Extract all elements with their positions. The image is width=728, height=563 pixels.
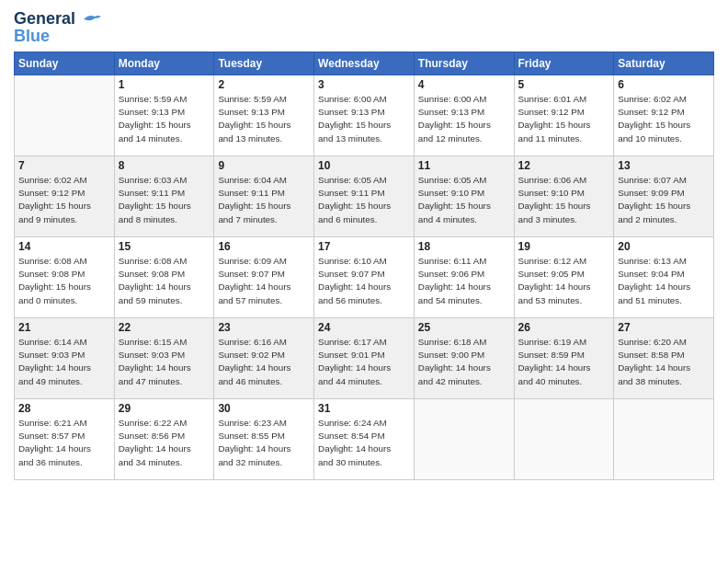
day-number: 12	[518, 159, 610, 172]
day-number: 29	[119, 402, 210, 415]
calendar-cell: 19Sunrise: 6:12 AM Sunset: 9:05 PM Dayli…	[514, 237, 614, 318]
day-info: Sunrise: 6:04 AM Sunset: 9:11 PM Dayligh…	[218, 174, 310, 226]
calendar-cell: 9Sunrise: 6:04 AM Sunset: 9:11 PM Daylig…	[214, 156, 314, 237]
calendar-cell: 11Sunrise: 6:05 AM Sunset: 9:10 PM Dayli…	[414, 156, 514, 237]
calendar-week-row: 14Sunrise: 6:08 AM Sunset: 9:08 PM Dayli…	[15, 237, 714, 318]
calendar-cell: 20Sunrise: 6:13 AM Sunset: 9:04 PM Dayli…	[614, 237, 714, 318]
day-number: 17	[318, 240, 410, 253]
calendar-cell: 22Sunrise: 6:15 AM Sunset: 9:03 PM Dayli…	[114, 318, 214, 399]
calendar-cell: 21Sunrise: 6:14 AM Sunset: 9:03 PM Dayli…	[15, 318, 115, 399]
calendar-cell: 12Sunrise: 6:06 AM Sunset: 9:10 PM Dayli…	[514, 156, 614, 237]
day-number: 28	[18, 402, 110, 415]
calendar-cell: 6Sunrise: 6:02 AM Sunset: 9:12 PM Daylig…	[614, 75, 714, 156]
day-number: 25	[418, 321, 510, 334]
logo-bird-icon	[82, 12, 102, 27]
calendar-cell: 2Sunrise: 5:59 AM Sunset: 9:13 PM Daylig…	[214, 75, 314, 156]
day-info: Sunrise: 6:18 AM Sunset: 9:00 PM Dayligh…	[418, 336, 510, 388]
day-number: 11	[418, 159, 510, 172]
day-info: Sunrise: 6:00 AM Sunset: 9:13 PM Dayligh…	[318, 93, 410, 145]
calendar-cell: 8Sunrise: 6:03 AM Sunset: 9:11 PM Daylig…	[114, 156, 214, 237]
day-info: Sunrise: 6:21 AM Sunset: 8:57 PM Dayligh…	[18, 417, 110, 469]
day-number: 10	[318, 159, 410, 172]
weekday-header-sunday: Sunday	[15, 52, 115, 75]
weekday-header-thursday: Thursday	[414, 52, 514, 75]
calendar-cell	[614, 399, 714, 480]
day-info: Sunrise: 6:12 AM Sunset: 9:05 PM Dayligh…	[518, 255, 610, 307]
day-info: Sunrise: 5:59 AM Sunset: 9:13 PM Dayligh…	[119, 93, 210, 145]
day-info: Sunrise: 6:05 AM Sunset: 9:11 PM Dayligh…	[318, 174, 410, 226]
day-info: Sunrise: 6:08 AM Sunset: 9:08 PM Dayligh…	[18, 255, 110, 307]
day-info: Sunrise: 6:15 AM Sunset: 9:03 PM Dayligh…	[119, 336, 210, 388]
calendar-cell: 1Sunrise: 5:59 AM Sunset: 9:13 PM Daylig…	[114, 75, 214, 156]
day-info: Sunrise: 6:23 AM Sunset: 8:55 PM Dayligh…	[218, 417, 310, 469]
day-info: Sunrise: 6:14 AM Sunset: 9:03 PM Dayligh…	[18, 336, 110, 388]
day-info: Sunrise: 6:03 AM Sunset: 9:11 PM Dayligh…	[119, 174, 210, 226]
day-number: 2	[218, 78, 310, 91]
day-number: 3	[318, 78, 410, 91]
calendar-header-row: SundayMondayTuesdayWednesdayThursdayFrid…	[15, 52, 714, 75]
calendar-cell: 31Sunrise: 6:24 AM Sunset: 8:54 PM Dayli…	[314, 399, 415, 480]
day-info: Sunrise: 6:10 AM Sunset: 9:07 PM Dayligh…	[318, 255, 410, 307]
weekday-header-wednesday: Wednesday	[314, 52, 415, 75]
logo: General Blue	[14, 9, 102, 46]
day-info: Sunrise: 6:24 AM Sunset: 8:54 PM Dayligh…	[318, 417, 410, 469]
page-header: General Blue	[14, 9, 714, 46]
day-number: 7	[18, 159, 110, 172]
day-number: 16	[218, 240, 310, 253]
day-info: Sunrise: 6:00 AM Sunset: 9:13 PM Dayligh…	[418, 93, 510, 145]
calendar-cell: 5Sunrise: 6:01 AM Sunset: 9:12 PM Daylig…	[514, 75, 614, 156]
day-info: Sunrise: 6:16 AM Sunset: 9:02 PM Dayligh…	[218, 336, 310, 388]
day-number: 5	[518, 78, 610, 91]
calendar-cell	[414, 399, 514, 480]
calendar-cell: 13Sunrise: 6:07 AM Sunset: 9:09 PM Dayli…	[614, 156, 714, 237]
day-info: Sunrise: 6:22 AM Sunset: 8:56 PM Dayligh…	[119, 417, 210, 469]
day-info: Sunrise: 6:02 AM Sunset: 9:12 PM Dayligh…	[618, 93, 710, 145]
day-info: Sunrise: 6:13 AM Sunset: 9:04 PM Dayligh…	[618, 255, 710, 307]
day-info: Sunrise: 5:59 AM Sunset: 9:13 PM Dayligh…	[218, 93, 310, 145]
calendar-cell: 26Sunrise: 6:19 AM Sunset: 8:59 PM Dayli…	[514, 318, 614, 399]
calendar-cell: 16Sunrise: 6:09 AM Sunset: 9:07 PM Dayli…	[214, 237, 314, 318]
calendar-cell: 28Sunrise: 6:21 AM Sunset: 8:57 PM Dayli…	[15, 399, 115, 480]
calendar-cell: 27Sunrise: 6:20 AM Sunset: 8:58 PM Dayli…	[614, 318, 714, 399]
calendar-cell: 4Sunrise: 6:00 AM Sunset: 9:13 PM Daylig…	[414, 75, 514, 156]
calendar-week-row: 7Sunrise: 6:02 AM Sunset: 9:12 PM Daylig…	[15, 156, 714, 237]
calendar-cell: 23Sunrise: 6:16 AM Sunset: 9:02 PM Dayli…	[214, 318, 314, 399]
day-number: 26	[518, 321, 610, 334]
calendar-cell: 24Sunrise: 6:17 AM Sunset: 9:01 PM Dayli…	[314, 318, 415, 399]
day-number: 15	[119, 240, 210, 253]
calendar-week-row: 28Sunrise: 6:21 AM Sunset: 8:57 PM Dayli…	[15, 399, 714, 480]
day-info: Sunrise: 6:07 AM Sunset: 9:09 PM Dayligh…	[618, 174, 710, 226]
day-info: Sunrise: 6:11 AM Sunset: 9:06 PM Dayligh…	[418, 255, 510, 307]
day-number: 30	[218, 402, 310, 415]
calendar-cell: 25Sunrise: 6:18 AM Sunset: 9:00 PM Dayli…	[414, 318, 514, 399]
day-number: 20	[618, 240, 710, 253]
day-number: 19	[518, 240, 610, 253]
day-info: Sunrise: 6:09 AM Sunset: 9:07 PM Dayligh…	[218, 255, 310, 307]
calendar-week-row: 21Sunrise: 6:14 AM Sunset: 9:03 PM Dayli…	[15, 318, 714, 399]
calendar-cell	[514, 399, 614, 480]
weekday-header-monday: Monday	[114, 52, 214, 75]
calendar-cell: 15Sunrise: 6:08 AM Sunset: 9:08 PM Dayli…	[114, 237, 214, 318]
day-info: Sunrise: 6:20 AM Sunset: 8:58 PM Dayligh…	[618, 336, 710, 388]
day-number: 31	[318, 402, 410, 415]
day-info: Sunrise: 6:02 AM Sunset: 9:12 PM Dayligh…	[18, 174, 110, 226]
day-number: 8	[119, 159, 210, 172]
day-number: 24	[318, 321, 410, 334]
day-info: Sunrise: 6:17 AM Sunset: 9:01 PM Dayligh…	[318, 336, 410, 388]
day-info: Sunrise: 6:05 AM Sunset: 9:10 PM Dayligh…	[418, 174, 510, 226]
day-number: 9	[218, 159, 310, 172]
day-number: 22	[119, 321, 210, 334]
day-number: 23	[218, 321, 310, 334]
day-info: Sunrise: 6:19 AM Sunset: 8:59 PM Dayligh…	[518, 336, 610, 388]
calendar-week-row: 1Sunrise: 5:59 AM Sunset: 9:13 PM Daylig…	[15, 75, 714, 156]
day-number: 21	[18, 321, 110, 334]
calendar-cell: 14Sunrise: 6:08 AM Sunset: 9:08 PM Dayli…	[15, 237, 115, 318]
calendar-cell: 29Sunrise: 6:22 AM Sunset: 8:56 PM Dayli…	[114, 399, 214, 480]
calendar-cell: 10Sunrise: 6:05 AM Sunset: 9:11 PM Dayli…	[314, 156, 415, 237]
weekday-header-tuesday: Tuesday	[214, 52, 314, 75]
calendar-cell: 18Sunrise: 6:11 AM Sunset: 9:06 PM Dayli…	[414, 237, 514, 318]
weekday-header-friday: Friday	[514, 52, 614, 75]
day-info: Sunrise: 6:08 AM Sunset: 9:08 PM Dayligh…	[119, 255, 210, 307]
day-number: 4	[418, 78, 510, 91]
calendar-cell: 7Sunrise: 6:02 AM Sunset: 9:12 PM Daylig…	[15, 156, 115, 237]
